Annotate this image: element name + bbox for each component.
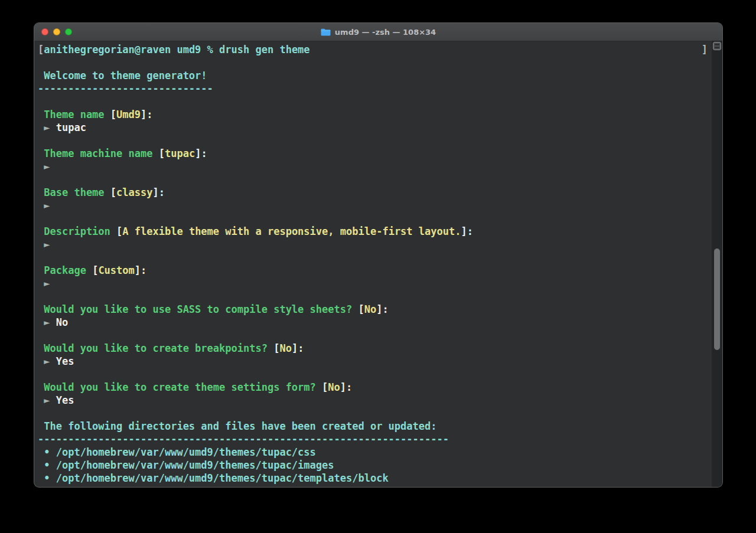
text-segment: ]: xyxy=(195,148,207,159)
zoom-button[interactable] xyxy=(65,28,72,35)
terminal-line: Theme machine name [tupac]: xyxy=(38,147,711,160)
text-segment: Welcome to theme generator! xyxy=(38,70,207,81)
window-titlebar[interactable]: umd9 — -zsh — 108×34 xyxy=(34,23,722,41)
text-segment: Would you like to create theme settings … xyxy=(38,381,316,393)
terminal-window: umd9 — -zsh — 108×34 [anithegregorian@ra… xyxy=(34,22,723,488)
terminal-line: • /opt/homebrew/var/www/umd9/themes/tupa… xyxy=(38,472,711,485)
text-segment: ----------------------------- xyxy=(38,83,213,94)
text-segment: ► xyxy=(38,316,56,328)
terminal-line: ----------------------------------------… xyxy=(38,433,711,446)
window-controls xyxy=(41,28,72,35)
text-segment: ]: xyxy=(135,264,146,276)
text-segment: [ xyxy=(105,187,116,198)
terminal-line xyxy=(38,212,711,225)
terminal-lines: [anithegregorian@raven umd9 % drush gen … xyxy=(38,43,711,485)
terminal-line: Would you like to use SASS to compile st… xyxy=(38,303,711,316)
terminal-line: [anithegregorian@raven umd9 % drush gen … xyxy=(38,43,711,56)
text-segment: ► xyxy=(38,200,50,211)
terminal-line: ► Yes xyxy=(38,394,711,407)
terminal-line: ► tupac xyxy=(38,121,711,134)
terminal-line: • /opt/homebrew/var/www/umd9/themes/tupa… xyxy=(38,459,711,472)
text-segment: No xyxy=(56,316,68,328)
command-line-end-mark: ] xyxy=(702,43,708,56)
text-segment: Package xyxy=(38,264,86,276)
terminal-line xyxy=(38,56,711,69)
text-segment: ----------------------------------------… xyxy=(38,433,449,445)
text-segment: • /opt/homebrew/var/www/umd9/themes/tupa… xyxy=(38,459,334,471)
text-segment: [ xyxy=(38,44,44,55)
scrollbar-track[interactable] xyxy=(711,41,722,487)
terminal-line: Would you like to create theme settings … xyxy=(38,381,711,394)
terminal-line xyxy=(38,134,711,147)
terminal-line xyxy=(38,173,711,186)
text-segment: Theme machine name xyxy=(38,148,152,159)
text-segment: ]: xyxy=(340,381,352,393)
text-segment: • /opt/homebrew/var/www/umd9/themes/tupa… xyxy=(38,446,316,458)
close-button[interactable] xyxy=(41,28,48,35)
terminal-line xyxy=(38,329,711,342)
terminal-line: The following directories and files have… xyxy=(38,420,711,433)
text-segment: classy xyxy=(116,187,152,198)
text-segment: [ xyxy=(86,264,98,276)
text-segment: ► xyxy=(38,161,50,172)
text-segment: ]: xyxy=(153,187,165,198)
terminal-line: Welcome to theme generator! xyxy=(38,69,711,82)
text-segment: No xyxy=(328,381,340,393)
text-segment: Would you like to create breakpoints? xyxy=(38,342,268,354)
terminal-line xyxy=(38,251,711,264)
terminal-line: • /opt/homebrew/var/www/umd9/themes/tupa… xyxy=(38,446,711,459)
text-segment: ]: xyxy=(141,109,152,120)
text-segment: A flexible theme with a responsive, mobi… xyxy=(122,225,461,237)
terminal-line: ► xyxy=(38,160,711,173)
terminal-line: Package [Custom]: xyxy=(38,264,711,277)
text-segment: [ xyxy=(110,225,122,237)
terminal-line: ► xyxy=(38,238,711,251)
terminal-content: [anithegregorian@raven umd9 % drush gen … xyxy=(34,41,711,487)
text-segment: ► xyxy=(38,394,56,406)
text-segment: No xyxy=(364,303,376,315)
text-segment: ► xyxy=(38,238,50,250)
text-segment: anithegregorian@raven umd9 % drush gen t… xyxy=(44,44,309,55)
text-segment: Yes xyxy=(56,355,74,367)
text-segment: Description xyxy=(38,225,110,237)
terminal-line: Base theme [classy]: xyxy=(38,186,711,199)
terminal-line xyxy=(38,368,711,381)
text-segment: ► xyxy=(38,355,56,367)
terminal-line: ► xyxy=(38,277,711,290)
text-segment: ► xyxy=(38,277,50,289)
terminal-line xyxy=(38,95,711,108)
text-segment: Umd9 xyxy=(116,109,141,120)
minimize-button[interactable] xyxy=(53,28,60,35)
terminal-line: ► Yes xyxy=(38,355,711,368)
window-title: umd9 — -zsh — 108×34 xyxy=(335,28,436,37)
text-segment: Yes xyxy=(56,394,74,406)
terminal-line: Theme name [Umd9]: xyxy=(38,108,711,121)
text-segment: ► xyxy=(38,122,56,133)
terminal-line xyxy=(38,407,711,420)
text-segment: [ xyxy=(268,342,279,354)
terminal-line: ► xyxy=(38,199,711,212)
text-segment: [ xyxy=(105,109,116,120)
window-title-area: umd9 — -zsh — 108×34 xyxy=(321,28,436,37)
text-segment: • /opt/homebrew/var/www/umd9/themes/tupa… xyxy=(38,472,389,484)
scrollbar-thumb[interactable] xyxy=(714,248,720,350)
split-pane-button[interactable] xyxy=(713,42,721,50)
text-segment: The following directories and files have… xyxy=(38,420,437,432)
terminal-line: Would you like to create breakpoints? [N… xyxy=(38,342,711,355)
text-segment: Base theme xyxy=(38,187,105,198)
text-segment: tupac xyxy=(165,148,195,159)
desktop-background: umd9 — -zsh — 108×34 [anithegregorian@ra… xyxy=(0,0,756,533)
text-segment: Custom xyxy=(98,264,134,276)
text-segment: ]: xyxy=(376,303,388,315)
text-segment: tupac xyxy=(56,122,86,133)
terminal-line: Description [A flexible theme with a res… xyxy=(38,225,711,238)
terminal-line: ----------------------------- xyxy=(38,82,711,95)
text-segment: Would you like to use SASS to compile st… xyxy=(38,303,352,315)
text-segment: ]: xyxy=(461,225,472,237)
text-segment: Theme name xyxy=(38,109,105,120)
text-segment: ]: xyxy=(292,342,304,354)
terminal-line xyxy=(38,290,711,303)
folder-icon xyxy=(321,28,331,36)
text-segment: No xyxy=(279,342,291,354)
text-segment: [ xyxy=(352,303,364,315)
